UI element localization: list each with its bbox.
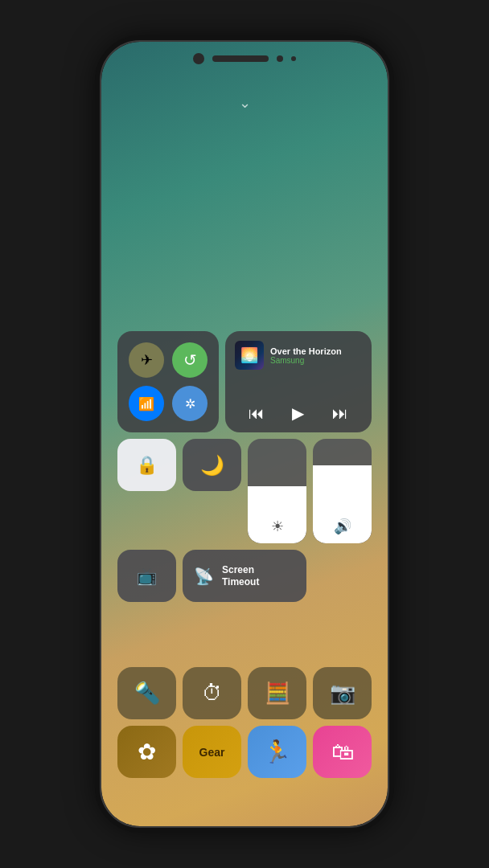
media-player: 🌅 Over the Horizon Samsung ⏮ ▶ ⏭ (225, 331, 372, 432)
gear-button[interactable]: Gear (183, 726, 241, 778)
flashlight-icon: 🔦 (134, 681, 160, 706)
rotation-lock-button[interactable]: ↺ (172, 342, 208, 378)
top-bar (193, 53, 296, 64)
camera-button[interactable]: 📷 (313, 667, 372, 719)
airplane-mode-button[interactable]: ✈ (129, 342, 164, 378)
camera-right (277, 55, 283, 62)
samsung-icon: 🏃 (263, 739, 291, 765)
mirror-timeout-row: 📺 📡 ScreenTimeout (117, 550, 372, 661)
volume-slider[interactable]: 🔊 (313, 439, 372, 543)
spacer-2 (117, 608, 176, 661)
brightness-icon: ☀ (271, 518, 284, 535)
wifi-icon: 📶 (138, 396, 154, 411)
screen-lock-icon: 🔒 (136, 455, 158, 476)
night-mode-button[interactable]: 🌙 (183, 439, 241, 491)
screen-lock-button[interactable]: 🔒 (117, 439, 176, 491)
sensor-dot (291, 56, 296, 61)
speaker-grille (212, 55, 269, 62)
airplane-icon: ✈ (141, 351, 153, 369)
galaxy-icon: 🛍 (331, 739, 354, 765)
timer-button[interactable]: ⏱ (183, 667, 241, 719)
flashlight-button[interactable]: 🔦 (117, 667, 176, 719)
screen-mirror-button[interactable]: 📺 (117, 550, 176, 602)
night-mode-icon: 🌙 (200, 454, 224, 477)
song-artist: Samsung (270, 356, 342, 365)
screen-mirror-icon: 📺 (137, 567, 157, 586)
rotation-icon: ↺ (183, 350, 197, 370)
bixby-button[interactable]: ✿ (117, 726, 176, 778)
bluetooth-icon: ✲ (185, 396, 195, 411)
screen-timeout-button[interactable]: 📡 ScreenTimeout (183, 550, 306, 602)
pull-down-chevron[interactable]: ⌄ (239, 94, 251, 112)
brightness-slider[interactable]: ☀ (248, 439, 306, 543)
media-forward-button[interactable]: ⏭ (332, 404, 348, 423)
gear-label: Gear (199, 746, 225, 759)
timer-icon: ⏱ (202, 681, 223, 706)
app-shortcuts-row: ✿ Gear 🏃 🛍 (117, 726, 372, 778)
spacer-1 (313, 550, 372, 602)
screen-timeout-label: ScreenTimeout (222, 564, 259, 588)
camera-icon: 📷 (330, 681, 355, 706)
control-center: ✈ ↺ 📶 ✲ (117, 331, 372, 778)
media-thumbnail: 🌅 (235, 341, 264, 370)
volume-icon: 🔊 (334, 518, 351, 535)
phone-frame: ⌄ ✈ ↺ 📶 ✲ (100, 40, 389, 828)
galaxy-store-button[interactable]: 🛍 (313, 726, 372, 778)
media-text: Over the Horizon Samsung (270, 346, 342, 365)
toggles-row: ✈ ↺ 📶 ✲ (117, 331, 372, 432)
wifi-button[interactable]: 📶 (129, 386, 164, 421)
quick-row: 🔒 🌙 ☀ 🔊 (117, 439, 372, 543)
media-rewind-button[interactable]: ⏮ (249, 404, 265, 423)
screen-timeout-icon: 📡 (194, 567, 214, 586)
calculator-button[interactable]: 🧮 (248, 667, 306, 719)
phone-screen: ⌄ ✈ ↺ 📶 ✲ (101, 42, 388, 826)
bixby-icon: ✿ (138, 739, 156, 765)
media-play-button[interactable]: ▶ (292, 403, 304, 423)
samsung-fitness-button[interactable]: 🏃 (248, 726, 306, 778)
utility-shortcuts-row: 🔦 ⏱ 🧮 📷 (117, 667, 372, 719)
network-toggles: ✈ ↺ 📶 ✲ (117, 331, 219, 432)
media-info: 🌅 Over the Horizon Samsung (235, 341, 362, 370)
bluetooth-button[interactable]: ✲ (172, 386, 208, 421)
front-camera (193, 53, 204, 64)
song-title: Over the Horizon (270, 346, 342, 356)
calculator-icon: 🧮 (265, 681, 290, 706)
media-controls: ⏮ ▶ ⏭ (235, 403, 362, 423)
